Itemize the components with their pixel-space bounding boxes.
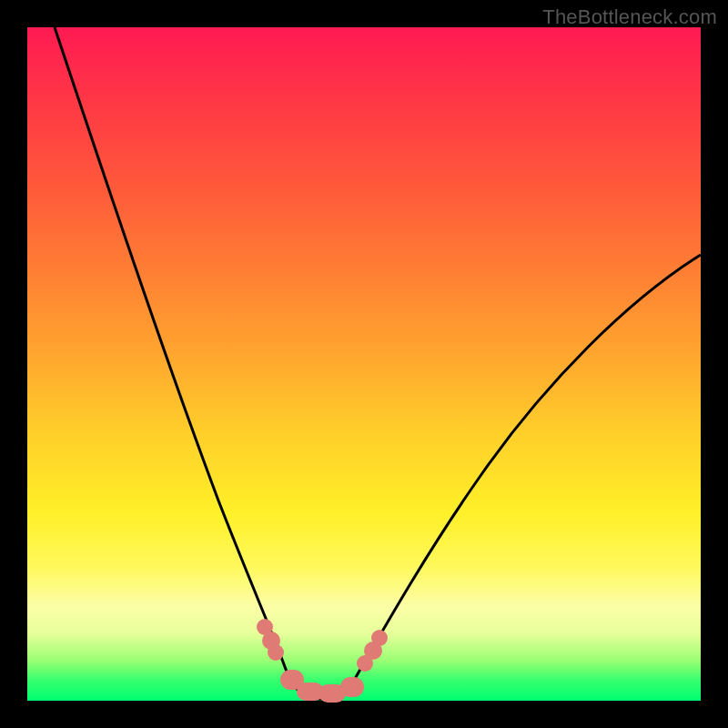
- marker-group: [27, 27, 701, 701]
- marker-point: [268, 644, 284, 661]
- watermark-text: TheBottleneck.com: [542, 5, 717, 29]
- marker-point: [371, 630, 388, 646]
- chart-frame: TheBottleneck.com: [0, 0, 728, 728]
- plot-area: [27, 27, 701, 701]
- marker-point: [340, 677, 364, 697]
